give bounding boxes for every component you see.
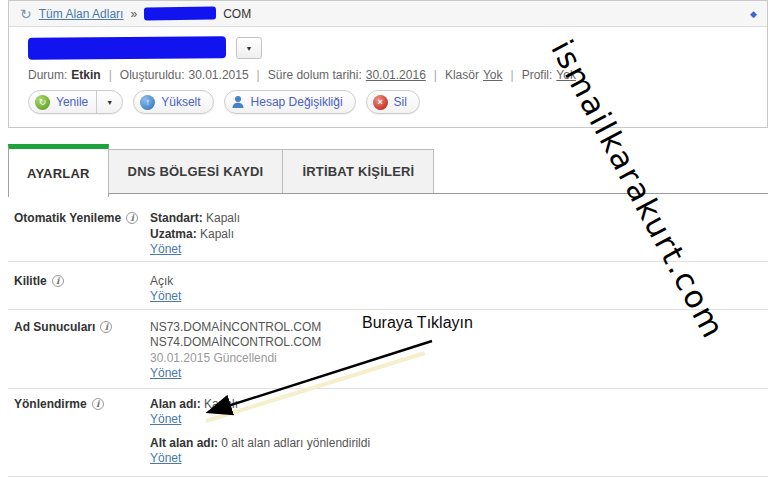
- delete-button[interactable]: × Sil: [366, 90, 420, 114]
- breadcrumb-domain-suffix: COM: [223, 7, 251, 21]
- delete-button-label: Sil: [394, 95, 407, 109]
- account-change-button-label: Hesap Değişikliği: [251, 95, 343, 109]
- diamond-icon[interactable]: ◆: [750, 9, 757, 19]
- lock-manage-link[interactable]: Yönet: [150, 289, 181, 305]
- created-label: Oluşturuldu:: [120, 68, 185, 82]
- renew-button-label: Yenile: [56, 95, 88, 109]
- forwarding-subdomain-manage-link[interactable]: Yönet: [150, 451, 181, 467]
- expiry-date-link[interactable]: 30.01.2016: [366, 68, 426, 82]
- domain-summary: ▼ Durum: Etkin | Oluşturuldu: 30.01.2015…: [9, 27, 767, 114]
- tab-contacts[interactable]: İRTİBAT KİŞİLERİ: [282, 149, 434, 193]
- upgrade-button[interactable]: ↑ Yükselt: [133, 90, 213, 114]
- status-label: Durum:: [28, 68, 67, 82]
- auto-renew-row: Otomatik Yenileme i Standart: Kapalı Uza…: [8, 194, 768, 262]
- lock-row: Kilitle i Açık Yönet: [8, 262, 768, 310]
- renew-icon: ↻: [35, 95, 50, 110]
- folder-link[interactable]: Yok: [483, 68, 503, 82]
- nameservers-updated: 30.01.2015 Güncellendi: [150, 351, 321, 367]
- delete-icon: ×: [373, 95, 388, 110]
- upgrade-button-label: Yükselt: [161, 95, 200, 109]
- nameserver-1: NS73.DOMAİNCONTROL.COM: [150, 320, 321, 336]
- profile-link[interactable]: Yok: [556, 68, 576, 82]
- chevron-down-icon: ▼: [246, 45, 253, 52]
- renew-button[interactable]: ↻ Yenile ▼: [28, 90, 123, 114]
- lock-status-value: Açık: [150, 274, 181, 290]
- info-icon[interactable]: i: [52, 275, 64, 287]
- nameservers-manage-link[interactable]: Yönet: [150, 366, 181, 382]
- tab-bar: AYARLAR DNS BÖLGESİ KAYDI İRTİBAT KİŞİLE…: [8, 144, 768, 194]
- forwarding-row: Yönlendirme i Alan adı: Kapalı Yönet Alt…: [8, 389, 768, 477]
- breadcrumb-all-domains-link[interactable]: Tüm Alan Adları: [39, 7, 124, 21]
- tab-settings[interactable]: AYARLAR: [8, 144, 109, 197]
- domain-selector-dropdown[interactable]: ▼: [236, 37, 262, 59]
- profile-label: Profil:: [522, 68, 553, 82]
- created-value: 30.01.2015: [189, 68, 249, 82]
- renew-dropdown-toggle[interactable]: ▼: [96, 91, 122, 113]
- lock-label: Kilitle i: [14, 274, 150, 305]
- domain-action-buttons: ↻ Yenile ▼ ↑ Yükselt Hesap Değişikliği ×…: [28, 90, 767, 114]
- upgrade-icon: ↑: [140, 95, 155, 110]
- tab-dns-zone-file-label: DNS BÖLGESİ KAYDI: [128, 164, 264, 179]
- domain-status-line: Durum: Etkin | Oluşturuldu: 30.01.2015 |…: [28, 68, 767, 82]
- tab-settings-label: AYARLAR: [27, 166, 90, 181]
- auto-renew-manage-link[interactable]: Yönet: [150, 242, 181, 258]
- settings-section: Otomatik Yenileme i Standart: Kapalı Uza…: [8, 194, 768, 477]
- info-icon[interactable]: i: [126, 212, 138, 224]
- tab-dns-zone-file[interactable]: DNS BÖLGESİ KAYDI: [108, 149, 284, 193]
- forwarding-label: Yönlendirme i: [14, 397, 150, 467]
- person-icon: [231, 95, 245, 109]
- tab-contacts-label: İRTİBAT KİŞİLERİ: [302, 164, 414, 179]
- censored-domain-title: [28, 36, 226, 59]
- click-here-annotation: Buraya Tıklayın: [362, 314, 473, 332]
- auto-renew-label: Otomatik Yenileme i: [14, 211, 150, 258]
- status-value: Etkin: [71, 68, 100, 82]
- refresh-icon[interactable]: ↻: [20, 7, 32, 21]
- expiry-label: Süre dolum tarihi:: [268, 68, 362, 82]
- forwarding-domain-manage-link[interactable]: Yönet: [150, 412, 181, 428]
- nameservers-label: Ad Sunucuları i: [14, 320, 150, 382]
- nameserver-2: NS74.DOMAİNCONTROL.COM: [150, 335, 321, 351]
- breadcrumb-separator: »: [130, 7, 137, 21]
- folder-label: Klasör: [445, 68, 479, 82]
- breadcrumb: ↻ Tüm Alan Adları » COM ◆: [9, 1, 767, 27]
- info-icon[interactable]: i: [100, 321, 112, 333]
- domain-header-panel: ↻ Tüm Alan Adları » COM ◆ ▼ Durum: Etkin…: [8, 0, 768, 128]
- info-icon[interactable]: i: [92, 398, 104, 410]
- account-change-button[interactable]: Hesap Değişikliği: [224, 90, 356, 114]
- censored-domain-name: [144, 7, 216, 21]
